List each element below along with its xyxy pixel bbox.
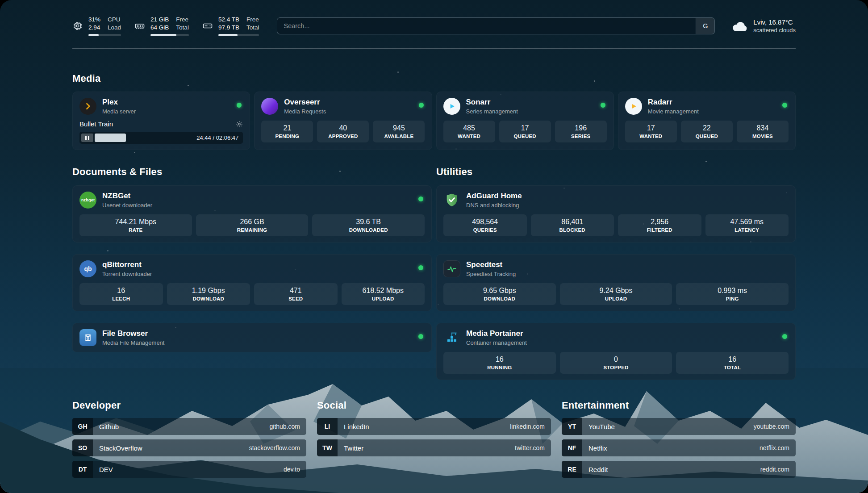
sonarr-card[interactable]: Sonarr Series management 485WANTED17QUEU… [436,92,614,150]
stat-remaining: 266 GBREMAINING [196,214,309,236]
stat-running: 16RUNNING [443,352,556,374]
disk-icon [202,21,213,31]
stat-seed: 471SEED [254,283,338,305]
app-name: Plex [102,98,136,107]
status-dot [418,265,423,270]
app-subtitle: Speedtest Tracking [466,271,516,277]
section-entertainment: Entertainment YTYouTubeyoutube.comNFNetf… [562,400,796,478]
memory-total-label: Total [176,24,189,32]
stat-wanted: 17WANTED [625,121,677,142]
bookmark-name: StackOverflow [93,444,142,452]
speedtest-card[interactable]: Speedtest Speedtest Tracking 9.65 GbpsDO… [436,254,796,311]
search-bar: G [277,17,715,34]
snow-specks [0,0,1,1]
playback-time: 24:44 / 02:06:47 [196,134,238,141]
memory-total-value: 64 GiB [150,24,169,32]
search-input[interactable] [277,18,696,34]
bookmark-youtube[interactable]: YTYouTubeyoutube.com [562,418,796,435]
stat-latency: 47.569 msLATENCY [705,214,789,236]
nzbget-icon: nzbget [79,192,96,209]
stat-label: REMAINING [198,227,307,233]
app-subtitle: Media File Management [102,339,164,346]
stat-value: 498,564 [445,218,525,226]
stat-value: 2,956 [620,218,700,226]
weather-location: Lviv, 16.87°C [753,18,796,26]
portainer-card[interactable]: Media Portainer Container management 16R… [436,323,796,380]
stat-value: 0 [562,355,671,363]
filebrowser-icon [79,329,96,346]
bookmark-abbr: DT [72,461,93,478]
overseerr-card[interactable]: Overseerr Media Requests 21PENDING40APPR… [254,92,432,150]
bookmark-url: github.com [270,423,306,430]
disk-total-label: Total [246,24,259,32]
memory-progress-bar [150,34,189,36]
adguard-card[interactable]: AdGuard Home DNS and adblocking 498,564Q… [436,185,796,242]
stat-value: 22 [683,124,731,132]
stat-label: APPROVED [319,134,367,139]
stat-label: MOVIES [739,134,787,139]
gear-icon[interactable] [236,121,243,128]
stat-value: 471 [256,287,336,295]
bookmark-dev[interactable]: DTDEVdev.to [72,461,306,478]
memory-free-value: 21 GiB [150,16,169,24]
stat-value: 21 [263,124,311,132]
stat-value: 17 [627,124,675,132]
bookmark-netflix[interactable]: NFNetflixnetflix.com [562,439,796,456]
stat-label: LEECH [81,296,161,301]
stat-value: 9.24 Gbps [562,287,671,295]
stat-label: BLOCKED [533,227,613,233]
section-title-developer: Developer [72,400,306,411]
playback-progress-bar[interactable]: 24:44 / 02:06:47 [79,132,243,144]
stat-value: 266 GB [198,218,307,226]
stat-download: 1.19 GbpsDOWNLOAD [167,283,250,305]
dashboard-screen: 31% 2.94 CPU Load [0,0,868,493]
bookmark-name: YouTube [582,423,615,430]
plex-card[interactable]: Plex Media server Bullet Train [72,92,250,150]
search-engine-button[interactable]: G [696,18,714,34]
stat-label: STOPPED [562,365,671,370]
bookmark-twitter[interactable]: TWTwittertwitter.com [317,439,551,456]
bookmark-name: LinkedIn [338,423,369,430]
section-developer: Developer GHGithubgithub.comSOStackOverf… [72,400,306,478]
stat-value: 945 [375,124,423,132]
section-title-entertainment: Entertainment [562,400,796,411]
section-media: Media Plex Media server Bullet T [72,73,796,150]
bookmark-abbr: SO [72,439,93,456]
stat-queued: 22QUEUED [681,121,733,142]
status-dot [418,334,423,339]
cpu-label: CPU [108,16,121,24]
app-subtitle: Media Requests [284,108,326,115]
qbittorrent-card[interactable]: qb qBittorrent Torrent downloader 16LEEC… [72,254,432,311]
bookmark-url: stackoverflow.com [249,444,306,451]
bookmark-abbr: YT [562,418,582,435]
bookmark-github[interactable]: GHGithubgithub.com [72,418,306,435]
filebrowser-card[interactable]: File Browser Media File Management [72,323,432,352]
bookmark-abbr: GH [72,418,93,435]
topbar: 31% 2.94 CPU Load [72,15,796,37]
stat-value: 196 [557,124,605,132]
bookmark-name: Reddit [582,466,608,473]
stat-queued: 17QUEUED [499,121,551,142]
bookmark-linkedin[interactable]: LILinkedInlinkedin.com [317,418,551,435]
app-name: File Browser [102,329,164,338]
bookmark-url: twitter.com [515,444,551,451]
app-name: Radarr [648,98,699,107]
section-documents: Documents & Files nzbget NZBGet Usenet d… [72,166,432,380]
radarr-card[interactable]: Radarr Movie management 17WANTED22QUEUED… [618,92,796,150]
bookmark-reddit[interactable]: RERedditreddit.com [562,461,796,478]
bookmark-name: Twitter [338,444,363,452]
stat-wanted: 485WANTED [443,121,495,142]
stat-label: RUNNING [445,365,554,370]
plex-icon [79,98,96,115]
disk-widget: 52.4 TB 97.9 TB Free Total [202,16,259,36]
stat-label: DOWNLOAD [445,296,554,301]
memory-free-label: Free [176,16,189,24]
stat-label: QUERIES [445,227,525,233]
cpu-progress-bar [88,34,121,36]
bookmark-stackoverflow[interactable]: SOStackOverflowstackoverflow.com [72,439,306,456]
pause-button[interactable] [81,134,93,142]
bookmark-abbr: TW [317,439,338,456]
app-name: NZBGet [102,192,152,201]
nzbget-card[interactable]: nzbget NZBGet Usenet downloader 744.21 M… [72,185,432,242]
stat-value: 16 [678,355,787,363]
